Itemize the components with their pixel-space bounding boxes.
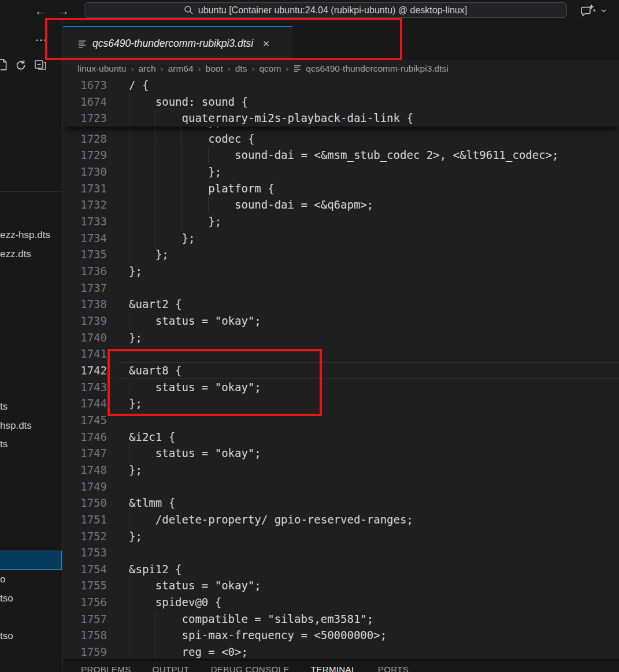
file-icon — [293, 64, 302, 73]
code-line-1740[interactable]: 1740}; — [63, 329, 619, 346]
breadcrumb-item[interactable]: linux-ubuntu — [77, 64, 126, 74]
vscode-window: ← → ubuntu [Container ubuntu:24.04 (rubi… — [0, 0, 619, 672]
code-line-1749[interactable]: 1749 — [63, 478, 619, 495]
command-center-text: ubuntu [Container ubuntu:24.04 (rubikpi-… — [198, 5, 467, 16]
sidebar-file[interactable]: o — [0, 574, 5, 585]
breadcrumb-item[interactable]: boot — [206, 64, 223, 74]
sidebar-file[interactable]: ts — [0, 401, 8, 413]
breadcrumb-item[interactable]: qcom — [259, 64, 281, 74]
breadcrumb: linux-ubuntu›arch›arm64›boot›dts›qcom› q… — [63, 60, 619, 77]
bottom-panel: PROBLEMSOUTPUTDEBUG CONSOLETERMINALPORTS — [63, 659, 619, 672]
chevron-right-icon: › — [286, 64, 288, 73]
code-line-1747[interactable]: 1747 status = "okay"; — [63, 445, 619, 462]
code-line-1751[interactable]: 1751 /delete-property/ gpio-reserved-ran… — [63, 511, 619, 528]
chevron-right-icon: › — [161, 64, 164, 73]
code-line-1750[interactable]: 1750&tlmm { — [63, 495, 619, 511]
code-line-1755[interactable]: 1755 status = "okay"; — [63, 577, 619, 594]
panel-tab-problems[interactable]: PROBLEMS — [81, 664, 131, 672]
new-file-icon[interactable] — [0, 58, 8, 72]
panel-tab-debug-console[interactable]: DEBUG CONSOLE — [211, 664, 290, 672]
sidebar-file[interactable]: tso — [0, 593, 13, 604]
sidebar-file[interactable]: ts — [0, 439, 8, 450]
sidebar-file[interactable]: ezz-hsp.dts — [0, 229, 50, 241]
code-line-1748[interactable]: 1748}; — [63, 462, 619, 478]
code-line-1732[interactable]: 1732 sound-dai = <&q6apm>; — [63, 196, 619, 213]
explorer-sidebar: ⋯ e — [0, 21, 63, 672]
code-line-1728[interactable]: 1728 codec { — [63, 131, 619, 147]
code-line-1730[interactable]: 1730 }; — [63, 164, 619, 180]
code-line-1739[interactable]: 1739 status = "okay"; — [63, 313, 619, 329]
copilot-menu[interactable] — [580, 3, 607, 18]
chevron-right-icon: › — [198, 64, 201, 73]
panel-tab-ports[interactable]: PORTS — [378, 664, 409, 672]
breadcrumb-item[interactable]: arm64 — [168, 64, 194, 74]
annotation-tab-highlight — [45, 18, 402, 60]
code-line-1746[interactable]: 1746&i2c1 { — [63, 429, 619, 445]
search-icon — [184, 5, 194, 15]
code-line-1737[interactable]: 1737 — [63, 280, 619, 296]
explorer-toolbar — [0, 58, 47, 72]
sidebar-file[interactable]: hsp.dts — [0, 420, 32, 432]
code-line-1731[interactable]: 1731 platform { — [63, 180, 619, 197]
sidebar-file[interactable]: tso — [0, 630, 13, 642]
code-line-1758[interactable]: 1758 spi-max-frequency = <50000000>; — [63, 627, 619, 644]
code-line-1729[interactable]: 1729 sound-dai = <&msm_stub_codec 2>, <&… — [63, 147, 619, 164]
code-line-1754[interactable]: 1754&spi12 { — [63, 561, 619, 578]
editor-group: qcs6490-thundercomm-rubikpi3.dtsi ✕ linu… — [63, 21, 619, 672]
code-line-1756[interactable]: 1756 spidev@0 { — [63, 594, 619, 611]
code-line-1738[interactable]: 1738&uart2 { — [63, 296, 619, 313]
chevron-right-icon: › — [228, 64, 231, 73]
code-line-1753[interactable]: 1753 — [63, 544, 619, 561]
sidebar-file[interactable]: ezz.dts — [0, 248, 31, 260]
sidebar-selected-row[interactable] — [0, 551, 62, 570]
sidebar-section-divider — [0, 191, 62, 192]
chevron-right-icon: › — [251, 64, 254, 73]
code-line-1735[interactable]: 1735 }; — [63, 246, 619, 263]
copilot-chat-icon — [580, 3, 596, 18]
command-center-search[interactable]: ubuntu [Container ubuntu:24.04 (rubikpi-… — [84, 2, 567, 18]
sticky-scroll[interactable]: 1673/ {1674 sound: sound {1723 quaternar… — [63, 77, 619, 127]
code-line-1734[interactable]: 1734 }; — [63, 230, 619, 247]
panel-tab-terminal[interactable]: TERMINAL — [311, 664, 357, 672]
breadcrumb-item[interactable]: arch — [138, 64, 155, 74]
code-line-1752[interactable]: 1752}; — [63, 528, 619, 545]
code-line-1673[interactable]: 1673/ { — [63, 77, 619, 94]
breadcrumb-item[interactable]: dts — [235, 64, 247, 74]
panel-tab-bar: PROBLEMSOUTPUTDEBUG CONSOLETERMINALPORTS — [63, 664, 619, 672]
annotation-uart8-highlight — [108, 349, 322, 416]
panel-tab-output[interactable]: OUTPUT — [153, 664, 190, 672]
code-line-1759[interactable]: 1759 reg = <0>; — [63, 644, 619, 659]
collapse-all-icon[interactable] — [34, 59, 47, 72]
refresh-icon[interactable] — [14, 59, 27, 72]
code-line-1723[interactable]: 1723 quaternary-mi2s-playback-dai-link { — [63, 110, 619, 127]
code-line-1736[interactable]: 1736}; — [63, 263, 619, 280]
code-line-1733[interactable]: 1733 }; — [63, 213, 619, 230]
breadcrumb-file[interactable]: qcs6490-thundercomm-rubikpi3.dtsi — [293, 64, 448, 74]
chevron-right-icon: › — [131, 64, 134, 73]
code-line-1757[interactable]: 1757 compatible = "silabs,em3581"; — [63, 611, 619, 628]
code-line-1674[interactable]: 1674 sound: sound { — [63, 94, 619, 110]
chevron-down-icon — [600, 7, 607, 14]
